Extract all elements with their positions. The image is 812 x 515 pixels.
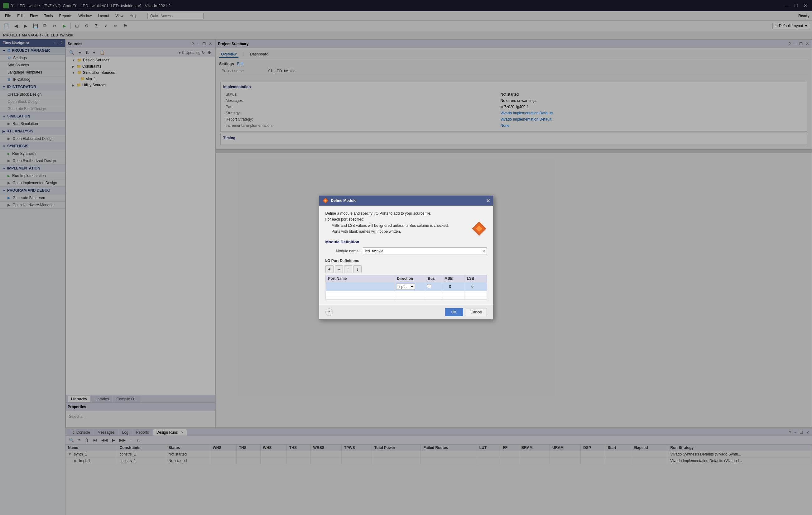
- port-col-direction: Direction: [394, 275, 425, 282]
- port-up-btn[interactable]: ↑: [344, 266, 352, 273]
- modal-desc-1: Define a module and specify I/O Ports to…: [325, 211, 487, 216]
- modal-close-button[interactable]: ✕: [486, 198, 490, 204]
- port-bus-cell: [425, 282, 442, 291]
- module-name-input-wrapper: ✕: [363, 247, 487, 255]
- modal-overlay: Define Module ✕ Define a module and spec…: [0, 0, 812, 515]
- port-row-empty-2: [325, 294, 487, 297]
- port-lsb-input[interactable]: [466, 284, 479, 289]
- port-remove-btn[interactable]: −: [335, 266, 343, 273]
- ok-button[interactable]: OK: [445, 308, 463, 316]
- modal-header-left: Define Module: [322, 198, 356, 204]
- port-down-btn[interactable]: ↓: [353, 266, 361, 273]
- define-module-modal: Define Module ✕ Define a module and spec…: [319, 195, 493, 320]
- port-table: Port Name Direction Bus MSB LSB: [325, 275, 487, 300]
- port-msb-cell: [442, 282, 464, 291]
- port-add-btn[interactable]: +: [325, 266, 334, 273]
- port-col-bus: Bus: [425, 275, 442, 282]
- port-row-empty-1: [325, 291, 487, 294]
- vivado-emblem: [471, 221, 487, 237]
- modal-help-button[interactable]: ?: [325, 308, 333, 316]
- port-def-section: I/O Port Definitions + − ↑ ↓ Port Name D…: [325, 259, 487, 300]
- module-def-title: Module Definition: [325, 240, 487, 244]
- module-name-input[interactable]: [363, 247, 487, 255]
- modal-desc-3: MSB and LSB values will be ignored unles…: [325, 223, 487, 229]
- port-col-lsb: LSB: [464, 275, 487, 282]
- modal-header: Define Module ✕: [319, 196, 493, 206]
- port-toolbar: + − ↑ ↓: [325, 266, 487, 273]
- module-name-label: Module name:: [325, 249, 360, 253]
- modal-desc-4: Ports with blank names will not be writt…: [325, 229, 487, 235]
- port-name-cell[interactable]: [325, 282, 394, 291]
- port-def-title: I/O Port Definitions: [325, 259, 487, 263]
- port-row-0[interactable]: input output inout: [325, 282, 487, 291]
- modal-body: Define a module and specify I/O Ports to…: [319, 206, 493, 305]
- modal-footer-buttons: OK Cancel: [445, 308, 487, 316]
- port-msb-input[interactable]: [444, 284, 456, 289]
- port-bus-checkbox[interactable]: [427, 284, 431, 288]
- modal-description: Define a module and specify I/O Ports to…: [325, 211, 487, 235]
- modal-title: Define Module: [331, 199, 356, 203]
- vivado-logo-icon: [322, 198, 328, 204]
- port-lsb-cell: [464, 282, 487, 291]
- cancel-button[interactable]: Cancel: [466, 308, 487, 316]
- module-name-clear-btn[interactable]: ✕: [482, 249, 486, 253]
- port-direction-select[interactable]: input output inout: [396, 283, 415, 290]
- module-name-row: Module name: ✕: [325, 247, 487, 255]
- port-col-name: Port Name: [325, 275, 394, 282]
- port-direction-cell: input output inout: [394, 282, 425, 291]
- port-table-header: Port Name Direction Bus MSB LSB: [325, 275, 487, 282]
- modal-footer: ? OK Cancel: [319, 305, 493, 319]
- modal-desc-2: For each port specified:: [325, 216, 487, 222]
- port-row-empty-3: [325, 297, 487, 299]
- port-col-msb: MSB: [442, 275, 464, 282]
- port-name-input[interactable]: [328, 284, 393, 289]
